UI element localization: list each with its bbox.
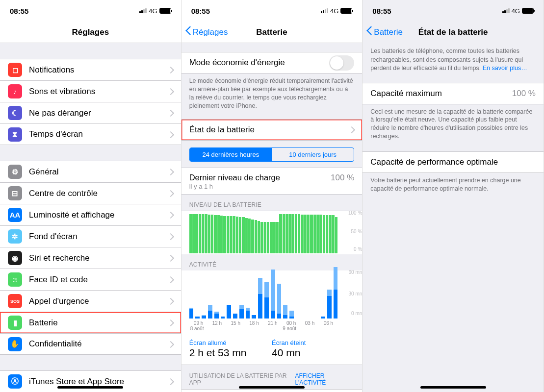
- wallpaper-icon: ✲: [8, 229, 22, 244]
- level-bar: [205, 214, 207, 253]
- level-bar: [239, 217, 241, 253]
- row-battery-health[interactable]: État de la batterie: [181, 119, 363, 141]
- screen-on-off-row: Écran allumé 2 h et 53 mn Écran éteint 4…: [181, 334, 363, 365]
- home-indicator[interactable]: [57, 386, 123, 389]
- activity-bar: [252, 315, 256, 318]
- back-label: Batterie: [374, 27, 403, 37]
- seg-10d[interactable]: 10 derniers jours: [272, 148, 354, 161]
- battery-icon: ▮: [8, 316, 22, 330]
- row-wallpaper[interactable]: ✲Fond d'écran: [0, 225, 181, 247]
- ylabel-0: 0 %: [354, 246, 362, 252]
- level-bar: [316, 215, 319, 253]
- usage-header-label: UTILISATION DE LA BATTERIE PAR APP: [189, 372, 295, 386]
- row-general[interactable]: ⚙Général: [0, 161, 181, 182]
- row-low-power-mode[interactable]: Mode économie d'énergie: [181, 52, 363, 74]
- level-bar: [258, 221, 260, 253]
- chevron-right-icon: [169, 255, 173, 261]
- row-display[interactable]: AALuminosité et affichage: [0, 204, 181, 225]
- level-bar: [211, 215, 213, 253]
- control-icon: ⊟: [8, 186, 22, 200]
- row-label: Temps d'écran: [29, 129, 169, 139]
- activity-bar: [277, 284, 282, 318]
- row-peak-performance: Capacité de performance optimale: [363, 151, 544, 173]
- level-bar: [298, 214, 300, 253]
- row-notifications[interactable]: ◻Notifications: [0, 59, 181, 80]
- siri-icon: ◉: [8, 251, 22, 265]
- row-max-capacity: Capacité maximum 100 %: [363, 83, 544, 104]
- last-charge-value: 100 %: [331, 173, 354, 183]
- level-bar: [199, 214, 201, 253]
- level-bar: [251, 220, 254, 253]
- itunes-icon: Ⓐ: [8, 374, 22, 389]
- level-bar: [189, 214, 192, 253]
- activity-bar: [202, 315, 206, 318]
- row-label: Fond d'écran: [29, 232, 169, 242]
- status-right: 4G: [502, 7, 534, 15]
- row-privacy[interactable]: ✋Confidentialité: [0, 333, 181, 355]
- row-faceid[interactable]: ☺Face ID et code: [0, 269, 181, 290]
- show-activity-link[interactable]: AFFICHER L'ACTIVITÉ: [295, 372, 354, 386]
- row-label: Face ID et code: [29, 275, 169, 285]
- row-label: Siri et recherche: [29, 253, 169, 263]
- x-tick: 03 h: [301, 320, 319, 326]
- row-label: Général: [29, 167, 169, 177]
- screen-battery-health: 08:55 4G Batterie État de la batterie Le…: [363, 0, 544, 392]
- row-label: iTunes Store et App Store: [29, 377, 169, 387]
- level-bar: [288, 214, 291, 253]
- battery-level-chart: 100 % 50 % 0 %: [181, 211, 363, 254]
- screen-off-value: 40 mn: [272, 347, 354, 359]
- activity-bar: [221, 317, 225, 318]
- row-label: Appel d'urgence: [29, 296, 169, 306]
- level-bar: [285, 214, 288, 253]
- row-dnd[interactable]: ☾Ne pas déranger: [0, 102, 181, 123]
- chevron-right-icon: [169, 110, 173, 116]
- x-tick: 12 h: [207, 320, 226, 326]
- status-net: 4G: [512, 7, 520, 15]
- intro-text: Les batteries de téléphone, comme toutes…: [363, 43, 544, 78]
- last-charge-title: Dernier niveau de charge: [189, 173, 355, 182]
- activity-bar: [233, 314, 237, 318]
- activity-bar: [283, 305, 287, 318]
- screen-settings-root: 08:55 4G Réglages ◻Notifications♪Sons et…: [0, 0, 181, 392]
- screentime-icon: ⧗: [8, 127, 22, 142]
- home-indicator[interactable]: [420, 386, 486, 389]
- level-bar: [301, 215, 303, 253]
- row-siri[interactable]: ◉Siri et recherche: [0, 247, 181, 269]
- level-bar: [195, 214, 198, 253]
- sounds-icon: ♪: [8, 84, 22, 98]
- row-itunes[interactable]: ⒶiTunes Store et App Store: [0, 370, 181, 392]
- learn-more-link[interactable]: En savoir plus…: [483, 65, 527, 72]
- chevron-right-icon: [169, 319, 173, 326]
- segmented-timerange[interactable]: 24 dernières heures 10 derniers jours: [189, 147, 355, 162]
- dnd-icon: ☾: [8, 106, 22, 120]
- screen-on-label: Écran allumé: [189, 339, 272, 346]
- chevron-right-icon: [169, 378, 173, 385]
- level-bar: [220, 216, 223, 253]
- app-row[interactable]: YouTubeAudio, Activité en arrière-plan28…: [181, 389, 363, 392]
- screen-battery: 08:55 4G Réglages Batterie Mode économie…: [181, 0, 363, 392]
- low-power-toggle[interactable]: [329, 55, 354, 71]
- activity-bar: [239, 305, 244, 318]
- x-tick: 00 h: [282, 320, 301, 326]
- home-indicator[interactable]: [239, 386, 305, 389]
- back-button[interactable]: Batterie: [366, 27, 403, 37]
- status-bar: 08:55 4G: [363, 0, 544, 22]
- row-last-charge: Dernier niveau de charge il y a 1 h 100 …: [181, 168, 363, 195]
- row-sounds[interactable]: ♪Sons et vibrations: [0, 80, 181, 102]
- display-icon: AA: [8, 208, 22, 222]
- row-sos[interactable]: SOSAppel d'urgence: [0, 290, 181, 312]
- seg-24h[interactable]: 24 dernières heures: [190, 148, 272, 161]
- row-battery[interactable]: ▮Batterie: [0, 312, 181, 333]
- x-tick: 06 h: [319, 320, 337, 326]
- level-bar: [192, 214, 195, 253]
- row-screentime[interactable]: ⧗Temps d'écran: [0, 123, 181, 145]
- page-title: Réglages: [72, 27, 109, 37]
- back-button[interactable]: Réglages: [185, 27, 228, 37]
- activity-bar: [258, 278, 262, 318]
- level-bar: [217, 215, 220, 253]
- chevron-right-icon: [169, 276, 173, 283]
- row-label: Batterie: [29, 318, 169, 328]
- x-tick: 18 h: [245, 320, 263, 326]
- activity-bar: [289, 311, 294, 318]
- row-control[interactable]: ⊟Centre de contrôle: [0, 182, 181, 204]
